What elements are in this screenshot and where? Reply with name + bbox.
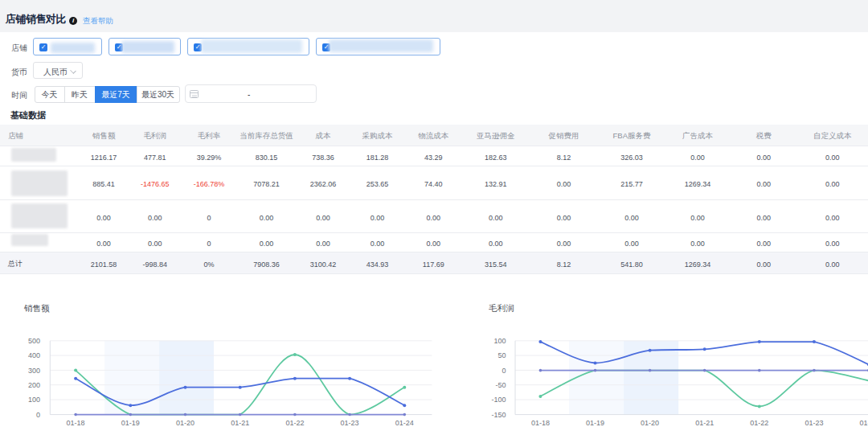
svg-text:01-22: 01-22 <box>285 419 304 427</box>
svg-text:01-21: 01-21 <box>695 419 714 427</box>
svg-text:01-20: 01-20 <box>641 419 659 427</box>
svg-text:100: 100 <box>493 337 506 345</box>
svg-text:01-19: 01-19 <box>121 419 140 427</box>
svg-text:-50: -50 <box>495 381 506 389</box>
svg-text:50: 50 <box>497 351 506 359</box>
svg-text:01-21: 01-21 <box>231 419 249 427</box>
svg-text:500: 500 <box>28 337 40 345</box>
svg-text:01-20: 01-20 <box>176 419 194 427</box>
svg-text:01-18: 01-18 <box>67 419 85 427</box>
svg-text:01-23: 01-23 <box>805 419 823 427</box>
svg-text:01-23: 01-23 <box>341 419 359 427</box>
svg-text:0: 0 <box>502 367 506 375</box>
svg-text:01-19: 01-19 <box>586 419 604 427</box>
svg-text:-150: -150 <box>491 411 506 419</box>
svg-text:01-24: 01-24 <box>395 419 414 427</box>
svg-text:01-22: 01-22 <box>750 419 768 427</box>
svg-text:300: 300 <box>28 367 40 375</box>
svg-text:01-18: 01-18 <box>531 419 550 427</box>
svg-text:200: 200 <box>28 381 40 389</box>
svg-text:毛利润: 毛利润 <box>489 303 514 313</box>
svg-text:销售额: 销售额 <box>23 303 50 313</box>
svg-text:0: 0 <box>36 411 40 419</box>
svg-text:01-24: 01-24 <box>859 419 868 427</box>
svg-text:100: 100 <box>28 396 40 404</box>
svg-text:-100: -100 <box>491 396 506 404</box>
svg-text:400: 400 <box>28 351 40 359</box>
